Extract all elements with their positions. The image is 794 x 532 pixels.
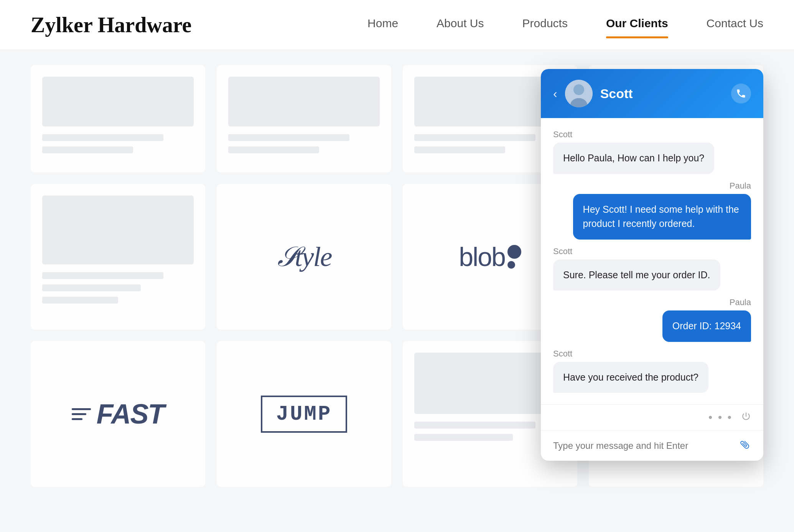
blob-logo: blob (459, 242, 521, 272)
main-content: 𝒮tyle blob (0, 50, 794, 532)
message-bubble-1: Hello Paula, How can I help you? (553, 143, 714, 174)
chat-power-button[interactable] (741, 411, 751, 424)
header: Zylker Hardware Home About Us Products O… (0, 0, 794, 50)
avatar-svg (565, 80, 593, 107)
style-logo: 𝒮tyle (277, 241, 332, 273)
nav-contact[interactable]: Contact Us (707, 17, 763, 33)
chat-message-input[interactable] (553, 440, 735, 451)
nav-clients[interactable]: Our Clients (606, 17, 668, 33)
sender-label-paula-2: Paula (553, 297, 751, 307)
fast-speed-lines (72, 408, 91, 420)
phone-icon (736, 88, 746, 99)
sender-label-scott-1: Scott (553, 130, 751, 140)
site-logo: Zylker Hardware (31, 13, 191, 37)
message-group-5: Scott Have you received the product? (553, 349, 751, 393)
client-jump-card: JUMP (217, 341, 391, 487)
sender-label-scott-3: Scott (553, 349, 751, 359)
msg-right-2: Order ID: 12934 (553, 310, 751, 342)
chat-more-options[interactable]: • • • (708, 411, 733, 424)
message-group-4: Paula Order ID: 12934 (553, 297, 751, 342)
chat-footer-bar: • • • (541, 404, 763, 430)
sender-label-scott-2: Scott (553, 246, 751, 256)
main-nav: Home About Us Products Our Clients Conta… (367, 17, 763, 33)
message-bubble-4: Order ID: 12934 (662, 310, 751, 342)
message-bubble-2: Hey Scott! I need some help with the pro… (573, 194, 751, 240)
chat-header: ‹ Scott (541, 69, 763, 118)
nav-products[interactable]: Products (522, 17, 568, 33)
fast-line-3 (72, 418, 82, 420)
nav-home[interactable]: Home (367, 17, 398, 33)
fast-line-1 (72, 408, 91, 410)
blob-dot-small-1 (507, 261, 515, 269)
client-fast-card: FAST (31, 341, 205, 487)
svg-point-1 (573, 84, 584, 95)
msg-right-1: Hey Scott! I need some help with the pro… (553, 194, 751, 240)
message-group-2: Paula Hey Scott! I need some help with t… (553, 181, 751, 240)
message-bubble-3: Sure. Please tell me your order ID. (553, 259, 720, 291)
chat-agent-name: Scott (600, 86, 723, 101)
skeleton-card-1 (31, 65, 205, 172)
chat-widget: ‹ Scott Scott Hello Paula, How (541, 69, 763, 461)
chat-phone-button[interactable] (731, 84, 751, 103)
jump-logo: JUMP (261, 396, 348, 433)
chat-attach-button[interactable] (737, 437, 754, 454)
fast-line-2 (72, 413, 86, 415)
power-icon (741, 411, 751, 421)
sender-label-paula-1: Paula (553, 181, 751, 191)
skeleton-card-5 (31, 184, 205, 330)
blob-dots (507, 245, 521, 269)
chat-input-area (541, 430, 763, 461)
message-group-3: Scott Sure. Please tell me your order ID… (553, 246, 751, 291)
blob-dot-large (507, 245, 521, 259)
skeleton-card-2 (217, 65, 391, 172)
chat-back-button[interactable]: ‹ (553, 87, 557, 101)
nav-about[interactable]: About Us (437, 17, 484, 33)
chat-agent-avatar (565, 80, 593, 107)
client-style-card: 𝒮tyle (217, 184, 391, 330)
fast-logo: FAST (72, 398, 164, 430)
chat-messages: Scott Hello Paula, How can I help you? P… (541, 118, 763, 404)
fast-text: FAST (96, 398, 164, 430)
message-bubble-5: Have you received the product? (553, 362, 708, 393)
message-group-1: Scott Hello Paula, How can I help you? (553, 130, 751, 174)
attach-icon (737, 437, 753, 452)
